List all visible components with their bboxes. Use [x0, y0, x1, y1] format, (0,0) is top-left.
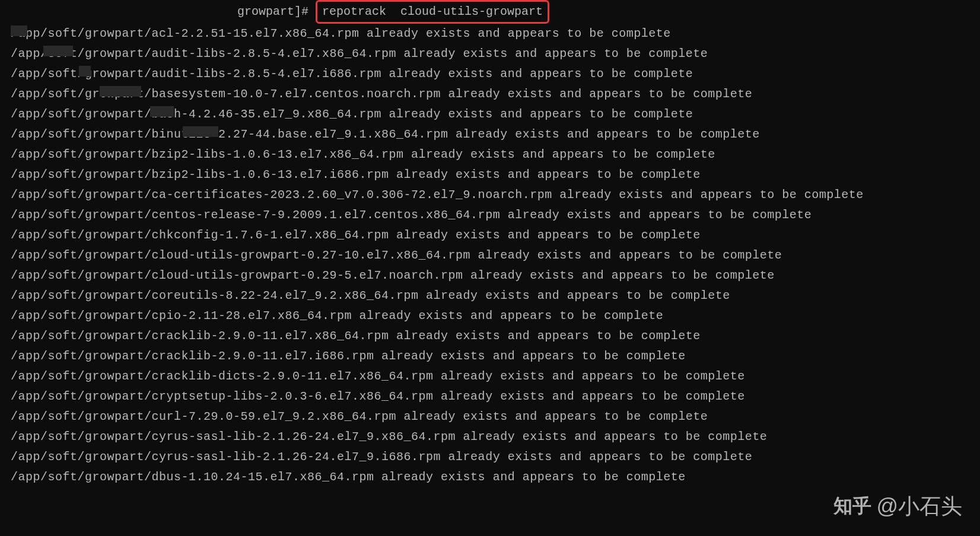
- redacted-hostname: [11, 5, 230, 18]
- output-line: /app/soft/growpart/bzip2-libs-1.0.6-13.e…: [11, 145, 969, 165]
- output-line: /app/soft/growpart/cryptsetup-libs-2.0.3…: [11, 387, 969, 407]
- watermark-author: @小石头: [876, 488, 962, 524]
- output-line: /app/soft/growpart/cloud-utils-growpart-…: [11, 266, 969, 286]
- output-line: /app/soft/growpart/ca-certificates-2023.…: [11, 185, 969, 205]
- watermark: 知乎 @小石头: [833, 488, 962, 524]
- output-line: /app/soft/growpart/audit-libs-2.8.5-4.el…: [11, 64, 969, 84]
- output-line: /app/soft/growpart/centos-release-7-9.20…: [11, 205, 969, 225]
- output-line: /app/soft/growpart/cpio-2.11-28.el7.x86_…: [11, 306, 969, 326]
- output-line: /app/soft/growpart/cyrus-sasl-lib-2.1.26…: [11, 427, 969, 447]
- output-line: /app/soft/growpart/bzip2-libs-1.0.6-13.e…: [11, 165, 969, 185]
- output-line: /app/soft/growpart/cracklib-dicts-2.9.0-…: [11, 366, 969, 387]
- output-line: /app/soft/growpart/curl-7.29.0-59.el7_9.…: [11, 407, 969, 427]
- output-line: /app/soft/growpart/dbus-1.10.24-15.el7.x…: [11, 467, 969, 487]
- output-line: /app/soft/growpart/cyrus-sasl-lib-2.1.26…: [11, 447, 969, 467]
- terminal-output[interactable]: growpart]# repotrack cloud-utils-growpar…: [11, 0, 969, 487]
- output-line: /app/soft/growpart/basesystem-10.0-7.el7…: [11, 84, 969, 104]
- zhihu-logo: 知乎: [833, 490, 871, 522]
- output-line: /app/soft/growpart/cloud-utils-growpart-…: [11, 245, 969, 266]
- output-line: /app/soft/growpart/cracklib-2.9.0-11.el7…: [11, 326, 969, 346]
- output-line: /app/soft/growpart/acl-2.2.51-15.el7.x86…: [11, 24, 969, 44]
- output-line: /app/soft/growpart/binutils-2.27-44.base…: [11, 125, 969, 145]
- output-line: /app/soft/growpart/coreutils-8.22-24.el7…: [11, 286, 969, 306]
- highlighted-command: repotrack cloud-utils-growpart: [316, 0, 549, 24]
- output-line: /app/soft/growpart/audit-libs-2.8.5-4.el…: [11, 44, 969, 64]
- command-prompt-line: growpart]# repotrack cloud-utils-growpar…: [11, 0, 969, 24]
- output-line: /app/soft/growpart/chkconfig-1.7.6-1.el7…: [11, 225, 969, 245]
- output-line: /app/soft/growpart/cracklib-2.9.0-11.el7…: [11, 346, 969, 366]
- prompt-suffix: growpart]#: [230, 2, 316, 22]
